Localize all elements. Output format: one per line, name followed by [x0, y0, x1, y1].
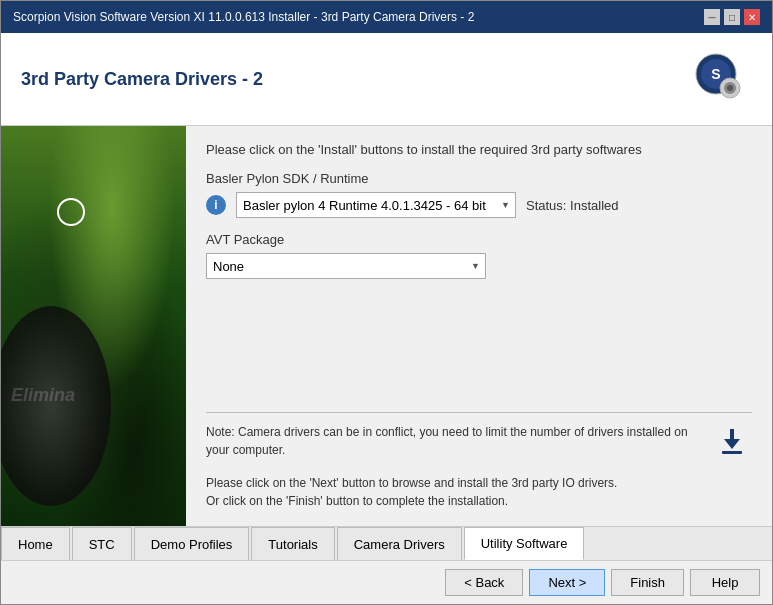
basler-select-wrapper: Basler pylon 4 Runtime 4.0.1.3425 - 64 b…	[236, 192, 516, 218]
avt-dropdown-row: None AVT Package 1 AVT Package 2	[206, 253, 752, 279]
download-icon	[712, 423, 752, 463]
note-finish: Or click on the 'Finish' button to compl…	[206, 492, 702, 510]
svg-text:S: S	[711, 66, 720, 82]
back-button[interactable]: < Back	[445, 569, 523, 596]
svg-rect-6	[722, 451, 742, 454]
help-button[interactable]: Help	[690, 569, 760, 596]
note-row: Note: Camera drivers can be in conflict,…	[206, 423, 752, 510]
header-area: 3rd Party Camera Drivers - 2 S	[1, 33, 772, 126]
logo-svg: S	[686, 52, 746, 107]
tab-utility-software[interactable]: Utility Software	[464, 527, 585, 560]
basler-label: Basler Pylon SDK / Runtime	[206, 171, 752, 186]
basler-section: Basler Pylon SDK / Runtime i Basler pylo…	[206, 171, 752, 232]
svg-point-5	[727, 85, 733, 91]
minimize-button[interactable]: ─	[704, 9, 720, 25]
tab-demo-profiles[interactable]: Demo Profiles	[134, 527, 250, 560]
content-area: Elimina Please click on the 'Install' bu…	[1, 126, 772, 526]
title-bar: Scorpion Vision Software Version XI 11.0…	[1, 1, 772, 33]
avt-dropdown[interactable]: None AVT Package 1 AVT Package 2	[206, 253, 486, 279]
window-title: Scorpion Vision Software Version XI 11.0…	[13, 10, 474, 24]
ladybug-circle	[57, 198, 85, 226]
tab-home[interactable]: Home	[1, 527, 70, 560]
basler-dropdown-row: i Basler pylon 4 Runtime 4.0.1.3425 - 64…	[206, 192, 752, 218]
note-next: Please click on the 'Next' button to bro…	[206, 474, 702, 492]
title-bar-buttons: ─ □ ✕	[704, 9, 760, 25]
sidebar-image: Elimina	[1, 126, 186, 526]
tab-stc[interactable]: STC	[72, 527, 132, 560]
next-button[interactable]: Next >	[529, 569, 605, 596]
action-buttons: < Back Next > Finish Help	[1, 560, 772, 604]
maximize-button[interactable]: □	[724, 9, 740, 25]
basler-dropdown[interactable]: Basler pylon 4 Runtime 4.0.1.3425 - 64 b…	[236, 192, 516, 218]
avt-label: AVT Package	[206, 232, 752, 247]
finish-button[interactable]: Finish	[611, 569, 684, 596]
instruction-text: Please click on the 'Install' buttons to…	[206, 142, 752, 157]
basler-status: Status: Installed	[526, 198, 619, 213]
page-title: 3rd Party Camera Drivers - 2	[21, 69, 263, 90]
sidebar: Elimina	[1, 126, 186, 526]
download-svg	[714, 425, 750, 461]
bottom-tabs: Home STC Demo Profiles Tutorials Camera …	[1, 526, 772, 560]
tab-tutorials[interactable]: Tutorials	[251, 527, 334, 560]
main-panel: Please click on the 'Install' buttons to…	[186, 126, 772, 526]
note-text-block: Note: Camera drivers can be in conflict,…	[206, 423, 702, 510]
logo: S	[680, 49, 752, 109]
note-section: Note: Camera drivers can be in conflict,…	[206, 402, 752, 510]
avt-section: AVT Package None AVT Package 1 AVT Packa…	[206, 232, 752, 293]
avt-select-wrapper: None AVT Package 1 AVT Package 2	[206, 253, 486, 279]
installer-window: Scorpion Vision Software Version XI 11.0…	[0, 0, 773, 605]
close-button[interactable]: ✕	[744, 9, 760, 25]
divider	[206, 412, 752, 413]
note-conflict: Note: Camera drivers can be in conflict,…	[206, 423, 702, 459]
info-icon: i	[206, 195, 226, 215]
tab-camera-drivers[interactable]: Camera Drivers	[337, 527, 462, 560]
